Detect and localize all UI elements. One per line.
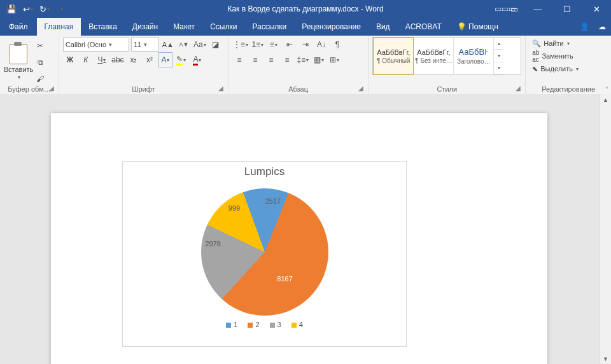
minimize-button[interactable]: — bbox=[523, 0, 552, 18]
pie-data-label: 2517 bbox=[265, 197, 281, 205]
legend-item[interactable]: 3 bbox=[270, 321, 281, 328]
numbering-button[interactable]: 1≡▾ bbox=[251, 37, 265, 52]
tab-mailings[interactable]: Рассылки bbox=[244, 18, 294, 36]
paragraph-launcher[interactable]: ◢ bbox=[358, 85, 366, 92]
cut-button[interactable]: ✂ bbox=[33, 38, 47, 53]
underline-button[interactable]: Ч▾ bbox=[95, 52, 109, 67]
tab-review[interactable]: Рецензирование bbox=[294, 18, 369, 36]
group-paragraph: ⋮≡▾ 1≡▾ ≡▾ ⇤ ⇥ A↓ ¶ ≡ ≡ ≡ ≡ ‡≡▾ ▦▾ ⊞▾ Аб… bbox=[228, 36, 369, 94]
window-controls: ▭ — ☐ ✕ bbox=[505, 0, 611, 18]
legend-item[interactable]: 1 bbox=[226, 321, 237, 328]
ribbon-tabs: Файл Главная Вставка Дизайн Макет Ссылки… bbox=[0, 18, 611, 36]
scroll-down-button[interactable]: ▼ bbox=[600, 353, 611, 364]
qat-customize-button[interactable]: ▾ bbox=[53, 1, 69, 17]
styles-gallery-more[interactable]: ▴▾▾ bbox=[494, 38, 504, 74]
tab-design[interactable]: Дизайн bbox=[125, 18, 165, 36]
ribbon-display-options-button[interactable]: ▭ bbox=[505, 0, 523, 18]
lightbulb-icon: 💡 bbox=[457, 22, 467, 31]
clear-formatting-button[interactable]: ◪ bbox=[209, 37, 223, 52]
font-size-combo[interactable]: 11▾ bbox=[131, 38, 159, 52]
collapse-ribbon-button[interactable]: ˄ bbox=[605, 86, 608, 93]
search-icon: 🔍 bbox=[532, 39, 541, 48]
tab-references[interactable]: Ссылки bbox=[202, 18, 244, 36]
find-button[interactable]: 🔍Найти▾ bbox=[530, 37, 607, 50]
styles-gallery[interactable]: АаБбВвГг, ¶ Обычный АаБбВвГг, ¶ Без инте… bbox=[372, 37, 521, 75]
align-right-button[interactable]: ≡ bbox=[264, 52, 278, 67]
close-button[interactable]: ✕ bbox=[582, 0, 611, 18]
clipboard-launcher[interactable]: ◢ bbox=[49, 85, 57, 92]
style-heading1[interactable]: АаБбВ⊦ Заголово… bbox=[454, 38, 494, 74]
group-styles: АаБбВвГг, ¶ Обычный АаБбВвГг, ¶ Без инте… bbox=[369, 36, 526, 94]
group-clipboard: Вставить ▾ ✂ ⧉ 🖌 Буфер обм… ◢ bbox=[0, 36, 59, 94]
pie-chart[interactable]: 251781672978999 bbox=[201, 188, 328, 316]
line-spacing-button[interactable]: ‡≡▾ bbox=[296, 52, 310, 67]
pie-data-label: 8167 bbox=[277, 275, 292, 283]
italic-button[interactable]: К bbox=[79, 52, 93, 67]
align-left-button[interactable]: ≡ bbox=[232, 52, 246, 67]
vertical-scrollbar[interactable]: ▲ ▼ bbox=[600, 94, 611, 364]
legend-item[interactable]: 2 bbox=[248, 321, 259, 328]
paste-button[interactable]: Вставить ▾ bbox=[4, 37, 33, 87]
change-case-button[interactable]: Aa▾ bbox=[193, 37, 207, 52]
show-marks-button[interactable]: ¶ bbox=[330, 37, 344, 52]
font-name-combo[interactable]: Calibri (Осно▾ bbox=[63, 38, 129, 52]
tab-tell-me[interactable]: 💡 Помощн bbox=[449, 18, 506, 36]
grow-font-button[interactable]: A▲ bbox=[161, 37, 175, 52]
share-button[interactable]: 👤 bbox=[580, 22, 589, 31]
font-launcher[interactable]: ◢ bbox=[218, 85, 226, 92]
legend-item[interactable]: 4 bbox=[291, 321, 303, 328]
scroll-up-button[interactable]: ▲ bbox=[600, 94, 611, 105]
bold-button[interactable]: Ж bbox=[63, 52, 77, 67]
replace-button[interactable]: abacЗаменить bbox=[530, 50, 607, 62]
replace-icon: abac bbox=[532, 49, 539, 63]
tab-acrobat[interactable]: ACROBAT bbox=[398, 18, 449, 36]
align-center-button[interactable]: ≡ bbox=[248, 52, 262, 67]
title-bar: 💾 ↩▾ ↻▾ ▾ Как в Ворде сделать диаграмму.… bbox=[0, 0, 611, 18]
redo-button[interactable]: ↻▾ bbox=[37, 1, 52, 17]
group-label: Редактирование bbox=[526, 85, 611, 93]
sort-button[interactable]: A↓ bbox=[314, 37, 328, 52]
decrease-indent-button[interactable]: ⇤ bbox=[283, 37, 297, 52]
bullets-button[interactable]: ⋮≡▾ bbox=[232, 37, 249, 52]
tab-layout[interactable]: Макет bbox=[165, 18, 202, 36]
text-effects-button[interactable]: A▾ bbox=[158, 52, 172, 67]
shading-button[interactable]: ▦▾ bbox=[312, 52, 326, 67]
tab-file[interactable]: Файл bbox=[0, 18, 37, 36]
chart-legend[interactable]: 1234 bbox=[123, 321, 406, 328]
font-color-button[interactable]: A▾ bbox=[190, 52, 204, 67]
cursor-icon: ⬉ bbox=[532, 65, 538, 73]
superscript-button[interactable]: x² bbox=[143, 52, 157, 67]
pie-data-label: 999 bbox=[228, 204, 240, 212]
maximize-button[interactable]: ☐ bbox=[552, 0, 582, 18]
group-label: Абзац bbox=[228, 85, 368, 93]
copy-button[interactable]: ⧉ bbox=[33, 55, 47, 70]
styles-launcher[interactable]: ◢ bbox=[516, 85, 523, 92]
justify-button[interactable]: ≡ bbox=[280, 52, 294, 67]
page[interactable]: Lumpics 251781672978999 1234 bbox=[51, 113, 547, 364]
style-no-spacing[interactable]: АаБбВвГг, ¶ Без инте… bbox=[414, 38, 454, 74]
comments-button[interactable]: ☁ bbox=[598, 22, 606, 31]
shrink-font-button[interactable]: A▼ bbox=[177, 37, 191, 52]
highlight-button[interactable]: ✎▾ bbox=[174, 52, 188, 67]
multilevel-button[interactable]: ≡▾ bbox=[267, 37, 281, 52]
tab-insert[interactable]: Вставка bbox=[81, 18, 125, 36]
document-area: Lumpics 251781672978999 1234 Область диа… bbox=[0, 94, 611, 364]
tab-view[interactable]: Вид bbox=[369, 18, 398, 36]
style-normal[interactable]: АаБбВвГг, ¶ Обычный bbox=[373, 38, 414, 74]
group-label: Стили bbox=[369, 85, 525, 93]
borders-button[interactable]: ⊞▾ bbox=[328, 52, 342, 67]
quick-access-toolbar: 💾 ↩▾ ↻▾ ▾ bbox=[0, 1, 69, 17]
increase-indent-button[interactable]: ⇥ bbox=[298, 37, 313, 52]
group-label: Шрифт bbox=[59, 85, 228, 93]
chart-area[interactable]: Lumpics 251781672978999 1234 bbox=[122, 161, 407, 347]
select-button[interactable]: ⬉Выделить▾ bbox=[530, 62, 607, 75]
save-button[interactable]: 💾 bbox=[4, 1, 19, 17]
chart-title[interactable]: Lumpics bbox=[123, 165, 406, 178]
paste-icon bbox=[10, 44, 27, 64]
strikethrough-button[interactable]: abc bbox=[111, 52, 125, 67]
group-font: Calibri (Осно▾ 11▾ A▲ A▼ Aa▾ ◪ Ж К Ч▾ ab… bbox=[59, 36, 228, 94]
format-painter-button[interactable]: 🖌 bbox=[33, 71, 47, 87]
undo-button[interactable]: ↩▾ bbox=[20, 1, 36, 17]
tab-home[interactable]: Главная bbox=[37, 18, 81, 36]
subscript-button[interactable]: x₂ bbox=[127, 52, 141, 67]
